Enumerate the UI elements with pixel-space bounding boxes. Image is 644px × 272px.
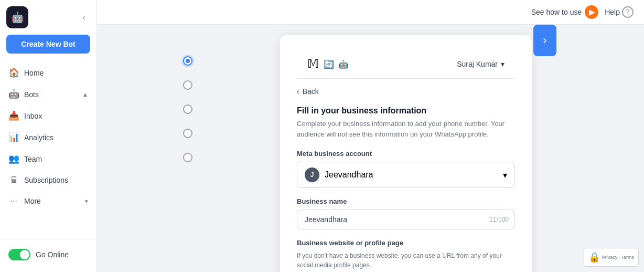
- more-icon: ···: [8, 196, 19, 206]
- user-name: Suraj Kumar: [457, 60, 498, 68]
- step-2: [183, 80, 270, 90]
- modal-icons: 𝕄 🔄 🤖: [307, 57, 349, 71]
- business-name-wrapper: 11/100: [297, 210, 515, 229]
- sidebar-item-more[interactable]: ··· More ▾: [0, 191, 96, 212]
- refresh-icon: 🔄: [324, 59, 334, 69]
- step-1: [183, 56, 270, 66]
- form-title: Fill in your business information: [297, 106, 515, 116]
- subscriptions-icon: 🖥: [8, 175, 19, 185]
- sidebar-bottom: Go Online: [0, 239, 96, 266]
- go-online-toggle-row: Go Online: [0, 244, 96, 266]
- recaptcha-text: Privacy · Terms: [602, 255, 634, 260]
- play-icon: ▶: [585, 5, 598, 19]
- more-arrow-icon: ▾: [85, 198, 88, 205]
- meta-account-label: Meta business account: [297, 150, 515, 158]
- back-label: Back: [303, 87, 319, 96]
- create-new-bot-button[interactable]: Create New Bot: [6, 35, 90, 54]
- account-dropdown-icon: ▾: [503, 170, 507, 180]
- meta-account-left: J Jeevandhara: [305, 168, 373, 182]
- form-panel: 𝕄 🔄 🤖 Suraj Kumar ▾ ‹ Back Fill in your …: [280, 35, 532, 272]
- analytics-icon: 📊: [8, 132, 19, 143]
- see-how-to-use[interactable]: See how to use ▶: [531, 5, 599, 19]
- bot-icon: 🤖: [338, 59, 349, 69]
- back-chevron-icon: ‹: [297, 87, 299, 96]
- step-5-radio: [183, 153, 192, 162]
- sidebar-item-analytics[interactable]: 📊 Analytics: [0, 127, 96, 148]
- back-button[interactable]: ‹ Back: [297, 87, 319, 96]
- top-header: See how to use ▶ Help ?: [97, 0, 644, 25]
- bots-arrow-icon: ▲: [82, 91, 88, 98]
- sidebar-nav: 🏠 Home 🤖 Bots ▲ 📥 Inbox 📊 Analytics 👥 Te…: [0, 62, 96, 212]
- step-1-radio: [183, 56, 192, 66]
- help-icon: ?: [622, 6, 634, 18]
- next-button[interactable]: ›: [533, 25, 556, 56]
- collapse-button[interactable]: ‹: [78, 11, 90, 24]
- sidebar-item-analytics-label: Analytics: [24, 133, 88, 142]
- business-name-label: Business name: [297, 197, 515, 205]
- help-button[interactable]: Help ?: [605, 6, 634, 18]
- right-panel: ›: [532, 25, 558, 56]
- sidebar-item-subscriptions[interactable]: 🖥 Subscriptions: [0, 170, 96, 191]
- meta-icon: 𝕄: [307, 57, 319, 71]
- sidebar-item-bots[interactable]: 🤖 Bots ▲: [0, 83, 96, 105]
- sidebar-item-inbox[interactable]: 📥 Inbox: [0, 105, 96, 127]
- website-field: Business website or profile page If you …: [297, 239, 515, 272]
- step-5: [183, 153, 270, 162]
- business-name-counter: 11/100: [489, 216, 509, 223]
- sidebar-item-inbox-label: Inbox: [24, 112, 88, 120]
- see-how-label: See how to use: [531, 8, 582, 16]
- app-logo: 🤖: [6, 6, 28, 28]
- form-description: Complete your business information to ad…: [297, 119, 515, 139]
- step-3: [183, 104, 270, 114]
- website-description: If you don't have a business website, yo…: [297, 251, 515, 270]
- recaptcha-logo: 🔒: [588, 252, 600, 263]
- main-content: See how to use ▶ Help ?: [97, 0, 644, 272]
- step-4: [183, 129, 270, 138]
- website-label: Business website or profile page: [297, 239, 515, 247]
- sidebar-item-subscriptions-label: Subscriptions: [24, 176, 88, 184]
- go-online-label: Go Online: [36, 250, 69, 259]
- business-name-input[interactable]: [297, 210, 515, 229]
- inbox-icon: 📥: [8, 110, 19, 121]
- sidebar-item-team-label: Team: [24, 155, 88, 163]
- account-avatar: J: [305, 168, 319, 182]
- sidebar-top: 🤖 ‹: [0, 6, 96, 35]
- bots-icon: 🤖: [8, 89, 19, 100]
- meta-account-select[interactable]: J Jeevandhara ▾: [297, 162, 515, 188]
- meta-account-field: Meta business account J Jeevandhara ▾: [297, 150, 515, 188]
- step-4-radio: [183, 129, 192, 138]
- meta-account-value: Jeevandhara: [325, 170, 373, 180]
- sidebar-item-home-label: Home: [24, 69, 88, 77]
- step-3-radio: [183, 104, 192, 114]
- business-name-field: Business name 11/100: [297, 197, 515, 229]
- help-label: Help: [605, 8, 620, 16]
- recaptcha-badge: 🔒 Privacy · Terms: [584, 248, 639, 267]
- sidebar-item-home[interactable]: 🏠 Home: [0, 62, 96, 83]
- home-icon: 🏠: [8, 67, 19, 78]
- modal-area: 𝕄 🔄 🤖 Suraj Kumar ▾ ‹ Back Fill in your …: [97, 25, 644, 272]
- team-icon: 👥: [8, 153, 19, 164]
- progress-panel: [183, 25, 280, 162]
- sidebar-item-bots-label: Bots: [24, 90, 77, 99]
- step-2-radio: [183, 80, 192, 90]
- user-menu[interactable]: Suraj Kumar ▾: [457, 60, 505, 68]
- sidebar-item-more-label: More: [24, 197, 80, 205]
- modal-top-bar: 𝕄 🔄 🤖 Suraj Kumar ▾: [297, 50, 515, 79]
- go-online-toggle[interactable]: [8, 249, 30, 260]
- user-dropdown-icon: ▾: [501, 60, 505, 68]
- sidebar: 🤖 ‹ Create New Bot 🏠 Home 🤖 Bots ▲ 📥 Inb…: [0, 0, 97, 272]
- sidebar-item-team[interactable]: 👥 Team: [0, 148, 96, 170]
